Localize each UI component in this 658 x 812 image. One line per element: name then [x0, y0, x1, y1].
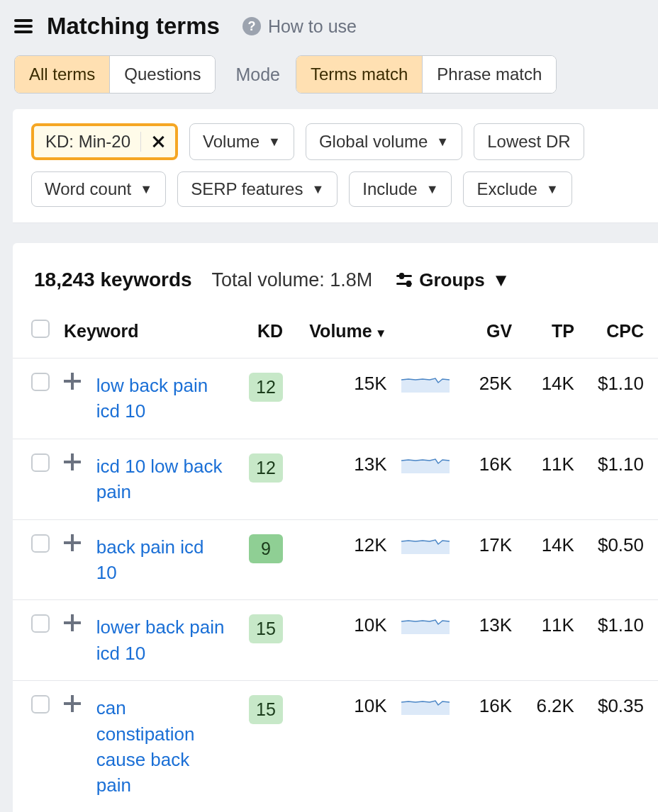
groups-label: Groups [419, 269, 484, 291]
select-all-checkbox[interactable] [31, 320, 50, 338]
mode-label: Mode [235, 64, 280, 85]
menu-icon[interactable] [14, 19, 33, 33]
tab-all-terms[interactable]: All terms [15, 56, 109, 93]
keyword-link[interactable]: icd 10 low back pain [96, 453, 226, 505]
chevron-down-icon: ▼ [140, 182, 152, 197]
table-row: icd 10 low back pain1213K16K11K$1.10 [13, 439, 658, 519]
volume-cell: 13K [296, 439, 394, 519]
filter-word-count-label: Word count [45, 179, 131, 199]
trend-sparkline [401, 453, 450, 473]
gv-cell: 16K [457, 681, 519, 812]
keyword-count: 18,243 keywords [34, 269, 192, 291]
chevron-down-icon: ▼ [436, 135, 449, 150]
col-tp[interactable]: TP [519, 308, 581, 359]
chevron-down-icon: ▼ [426, 182, 439, 197]
expand-icon[interactable] [64, 534, 81, 551]
chevron-down-icon: ▼ [546, 182, 559, 197]
keyword-link[interactable]: low back pain icd 10 [96, 373, 226, 424]
col-volume-label: Volume [309, 321, 372, 341]
col-keyword[interactable]: Keyword [57, 308, 233, 359]
chevron-down-icon: ▼ [492, 269, 511, 291]
gv-cell: 13K [457, 600, 519, 681]
table-row: back pain icd 10912K17K14K$0.50 [13, 519, 658, 600]
filter-include[interactable]: Include ▼ [349, 171, 452, 207]
how-to-use-label: How to use [268, 16, 357, 37]
col-trend [394, 308, 458, 359]
row-checkbox[interactable] [31, 453, 50, 472]
tp-cell: 6.2K [519, 681, 581, 812]
cpc-cell: $1.10 [581, 359, 658, 439]
tp-cell: 14K [519, 519, 581, 600]
volume-cell: 12K [296, 519, 394, 600]
table-row: can constipation cause back pain1510K16K… [13, 681, 658, 812]
row-checkbox[interactable] [31, 614, 50, 633]
expand-icon[interactable] [64, 373, 81, 390]
tp-cell: 14K [519, 359, 581, 439]
col-volume[interactable]: Volume▼ [296, 308, 394, 359]
filter-kd-label: KD: Min-20 [45, 132, 140, 152]
filter-volume[interactable]: Volume ▼ [189, 123, 294, 160]
filter-exclude[interactable]: Exclude ▼ [463, 171, 571, 207]
kd-badge: 12 [249, 373, 283, 402]
cpc-cell: $1.10 [581, 600, 658, 681]
col-cpc[interactable]: CPC [581, 308, 658, 359]
filter-lowest-dr[interactable]: Lowest DR [474, 123, 584, 160]
help-icon: ? [242, 17, 261, 35]
kd-badge: 15 [249, 695, 283, 724]
col-kd[interactable]: KD [233, 308, 296, 359]
filter-global-volume[interactable]: Global volume ▼ [306, 123, 462, 160]
row-checkbox[interactable] [31, 695, 50, 714]
chevron-down-icon: ▼ [311, 182, 324, 197]
keyword-link[interactable]: lower back pain icd 10 [96, 614, 226, 666]
volume-cell: 15K [296, 359, 394, 439]
filter-serp-features-label: SERP features [191, 179, 303, 199]
trend-sparkline [401, 695, 450, 715]
keyword-link[interactable]: can constipation cause back pain [96, 695, 226, 799]
trend-sparkline [401, 373, 450, 393]
page-title: Matching terms [47, 13, 220, 40]
how-to-use-link[interactable]: ? How to use [242, 16, 357, 37]
keyword-link[interactable]: back pain icd 10 [96, 534, 226, 586]
total-volume: Total volume: 1.8M [212, 269, 373, 291]
row-checkbox[interactable] [31, 534, 50, 553]
col-gv[interactable]: GV [457, 308, 519, 359]
kd-badge: 15 [249, 614, 283, 643]
match-mode-segmented: Terms match Phrase match [296, 55, 557, 94]
tp-cell: 11K [519, 600, 581, 681]
filter-serp-features[interactable]: SERP features ▼ [177, 171, 338, 207]
term-type-segmented: All terms Questions [14, 55, 216, 94]
expand-icon[interactable] [64, 614, 81, 631]
kd-badge: 12 [249, 453, 283, 483]
filter-kd-active[interactable]: KD: Min-20 [31, 123, 178, 160]
filter-global-volume-label: Global volume [319, 132, 428, 152]
volume-cell: 10K [296, 681, 394, 812]
gv-cell: 17K [457, 519, 519, 600]
close-icon [151, 135, 165, 149]
filter-kd-remove[interactable] [140, 132, 175, 152]
kd-badge: 9 [249, 534, 283, 563]
volume-cell: 10K [296, 600, 394, 681]
table-row: lower back pain icd 101510K13K11K$1.10 [13, 600, 658, 681]
gv-cell: 16K [457, 439, 519, 519]
row-checkbox[interactable] [31, 373, 50, 391]
filter-volume-label: Volume [203, 132, 260, 152]
filter-exclude-label: Exclude [476, 179, 537, 199]
trend-sparkline [401, 534, 450, 554]
tab-questions[interactable]: Questions [109, 56, 215, 93]
tab-terms-match[interactable]: Terms match [296, 56, 422, 93]
sliders-icon [396, 274, 412, 286]
tab-phrase-match[interactable]: Phrase match [422, 56, 556, 93]
filter-lowest-dr-label: Lowest DR [487, 132, 570, 152]
chevron-down-icon: ▼ [268, 135, 281, 150]
gv-cell: 25K [457, 359, 519, 439]
filter-word-count[interactable]: Word count ▼ [31, 171, 166, 207]
cpc-cell: $1.10 [581, 439, 658, 519]
expand-icon[interactable] [64, 695, 81, 712]
cpc-cell: $0.35 [581, 681, 658, 812]
sort-desc-icon: ▼ [375, 327, 387, 340]
expand-icon[interactable] [64, 453, 81, 470]
table-row: low back pain icd 101215K25K14K$1.10 [13, 359, 658, 439]
trend-sparkline [401, 614, 450, 634]
groups-toggle[interactable]: Groups ▼ [396, 269, 510, 291]
filter-row: KD: Min-20 Volume ▼ Global volume ▼ Lowe… [13, 109, 658, 223]
